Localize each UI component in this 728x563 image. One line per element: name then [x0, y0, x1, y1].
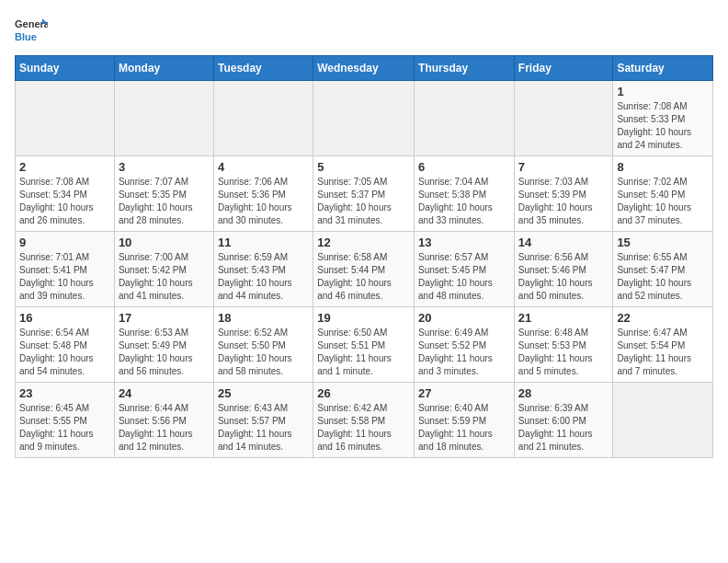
day-number: 21: [518, 311, 609, 325]
day-detail: Sunrise: 6:59 AM Sunset: 5:43 PM Dayligh…: [218, 251, 309, 303]
column-header-thursday: Thursday: [415, 56, 515, 81]
calendar-cell: 19Sunrise: 6:50 AM Sunset: 5:51 PM Dayli…: [313, 307, 415, 383]
calendar-cell: [514, 81, 613, 156]
day-detail: Sunrise: 6:52 AM Sunset: 5:50 PM Dayligh…: [218, 327, 309, 378]
column-header-sunday: Sunday: [16, 56, 115, 81]
column-header-friday: Friday: [514, 56, 613, 81]
day-detail: Sunrise: 7:02 AM Sunset: 5:40 PM Dayligh…: [617, 176, 709, 227]
day-detail: Sunrise: 7:08 AM Sunset: 5:34 PM Dayligh…: [19, 176, 110, 227]
calendar-cell: 8Sunrise: 7:02 AM Sunset: 5:40 PM Daylig…: [613, 156, 713, 232]
day-number: 26: [317, 386, 410, 400]
day-detail: Sunrise: 6:56 AM Sunset: 5:46 PM Dayligh…: [518, 251, 609, 303]
column-header-tuesday: Tuesday: [213, 56, 313, 81]
calendar-cell: 21Sunrise: 6:48 AM Sunset: 5:53 PM Dayli…: [514, 307, 613, 383]
logo: General Blue: [15, 15, 48, 48]
calendar-cell: 7Sunrise: 7:03 AM Sunset: 5:39 PM Daylig…: [514, 156, 613, 232]
calendar-cell: 26Sunrise: 6:42 AM Sunset: 5:58 PM Dayli…: [313, 383, 415, 458]
day-number: 4: [218, 160, 309, 174]
day-detail: Sunrise: 7:05 AM Sunset: 5:37 PM Dayligh…: [317, 176, 410, 227]
calendar-cell: 9Sunrise: 7:01 AM Sunset: 5:41 PM Daylig…: [16, 232, 115, 307]
calendar-cell: 12Sunrise: 6:58 AM Sunset: 5:44 PM Dayli…: [313, 232, 415, 307]
day-number: 5: [317, 160, 410, 174]
calendar-cell: [213, 81, 313, 156]
day-number: 16: [19, 311, 110, 325]
day-detail: Sunrise: 6:55 AM Sunset: 5:47 PM Dayligh…: [617, 251, 709, 303]
column-header-monday: Monday: [114, 56, 213, 81]
day-detail: Sunrise: 7:01 AM Sunset: 5:41 PM Dayligh…: [19, 251, 110, 303]
day-number: 7: [518, 160, 609, 174]
day-number: 24: [119, 386, 210, 400]
calendar-cell: 5Sunrise: 7:05 AM Sunset: 5:37 PM Daylig…: [313, 156, 415, 232]
calendar-cell: 25Sunrise: 6:43 AM Sunset: 5:57 PM Dayli…: [213, 383, 313, 458]
calendar-cell: 1Sunrise: 7:08 AM Sunset: 5:33 PM Daylig…: [613, 81, 713, 156]
calendar-cell: 16Sunrise: 6:54 AM Sunset: 5:48 PM Dayli…: [16, 307, 115, 383]
day-number: 18: [218, 311, 309, 325]
day-number: 14: [518, 236, 609, 249]
day-detail: Sunrise: 6:54 AM Sunset: 5:48 PM Dayligh…: [19, 327, 110, 378]
calendar-cell: 4Sunrise: 7:06 AM Sunset: 5:36 PM Daylig…: [213, 156, 313, 232]
calendar-cell: [114, 81, 213, 156]
day-number: 15: [617, 236, 709, 249]
calendar-cell: 6Sunrise: 7:04 AM Sunset: 5:38 PM Daylig…: [415, 156, 515, 232]
logo-svg: General Blue: [15, 15, 48, 48]
day-number: 17: [119, 311, 210, 325]
day-number: 19: [317, 311, 410, 325]
calendar-cell: 15Sunrise: 6:55 AM Sunset: 5:47 PM Dayli…: [613, 232, 713, 307]
calendar-cell: 23Sunrise: 6:45 AM Sunset: 5:55 PM Dayli…: [16, 383, 115, 458]
day-detail: Sunrise: 6:47 AM Sunset: 5:54 PM Dayligh…: [617, 327, 709, 378]
calendar-cell: [313, 81, 415, 156]
calendar-cell: 17Sunrise: 6:53 AM Sunset: 5:49 PM Dayli…: [114, 307, 213, 383]
day-detail: Sunrise: 6:44 AM Sunset: 5:56 PM Dayligh…: [119, 402, 210, 454]
calendar-cell: 18Sunrise: 6:52 AM Sunset: 5:50 PM Dayli…: [213, 307, 313, 383]
day-detail: Sunrise: 6:53 AM Sunset: 5:49 PM Dayligh…: [119, 327, 210, 378]
day-detail: Sunrise: 6:49 AM Sunset: 5:52 PM Dayligh…: [418, 327, 510, 378]
day-detail: Sunrise: 6:45 AM Sunset: 5:55 PM Dayligh…: [19, 402, 110, 454]
page-header: General Blue: [15, 15, 713, 48]
svg-text:Blue: Blue: [15, 31, 37, 42]
day-number: 13: [418, 236, 510, 249]
day-detail: Sunrise: 6:43 AM Sunset: 5:57 PM Dayligh…: [218, 402, 309, 454]
day-number: 3: [119, 160, 210, 174]
calendar-cell: 27Sunrise: 6:40 AM Sunset: 5:59 PM Dayli…: [415, 383, 515, 458]
day-detail: Sunrise: 7:06 AM Sunset: 5:36 PM Dayligh…: [218, 176, 309, 227]
day-detail: Sunrise: 7:00 AM Sunset: 5:42 PM Dayligh…: [119, 251, 210, 303]
day-number: 10: [119, 236, 210, 249]
calendar-cell: 28Sunrise: 6:39 AM Sunset: 6:00 PM Dayli…: [514, 383, 613, 458]
day-number: 22: [617, 311, 709, 325]
column-header-saturday: Saturday: [613, 56, 713, 81]
day-number: 11: [218, 236, 309, 249]
calendar-cell: 20Sunrise: 6:49 AM Sunset: 5:52 PM Dayli…: [415, 307, 515, 383]
day-number: 1: [617, 85, 709, 98]
calendar-cell: 2Sunrise: 7:08 AM Sunset: 5:34 PM Daylig…: [16, 156, 115, 232]
day-number: 23: [19, 386, 110, 400]
day-number: 25: [218, 386, 309, 400]
calendar-cell: [613, 383, 713, 458]
day-number: 2: [19, 160, 110, 174]
calendar-cell: 3Sunrise: 7:07 AM Sunset: 5:35 PM Daylig…: [114, 156, 213, 232]
day-detail: Sunrise: 6:57 AM Sunset: 5:45 PM Dayligh…: [418, 251, 510, 303]
column-header-wednesday: Wednesday: [313, 56, 415, 81]
day-number: 20: [418, 311, 510, 325]
day-number: 27: [418, 386, 510, 400]
day-number: 6: [418, 160, 510, 174]
day-number: 28: [518, 386, 609, 400]
day-detail: Sunrise: 7:07 AM Sunset: 5:35 PM Dayligh…: [119, 176, 210, 227]
calendar-cell: 13Sunrise: 6:57 AM Sunset: 5:45 PM Dayli…: [415, 232, 515, 307]
day-number: 12: [317, 236, 410, 249]
calendar-cell: [16, 81, 115, 156]
calendar-cell: 11Sunrise: 6:59 AM Sunset: 5:43 PM Dayli…: [213, 232, 313, 307]
calendar-cell: 22Sunrise: 6:47 AM Sunset: 5:54 PM Dayli…: [613, 307, 713, 383]
day-detail: Sunrise: 6:50 AM Sunset: 5:51 PM Dayligh…: [317, 327, 410, 378]
calendar-cell: 10Sunrise: 7:00 AM Sunset: 5:42 PM Dayli…: [114, 232, 213, 307]
day-detail: Sunrise: 6:39 AM Sunset: 6:00 PM Dayligh…: [518, 402, 609, 454]
day-number: 8: [617, 160, 709, 174]
calendar-cell: 14Sunrise: 6:56 AM Sunset: 5:46 PM Dayli…: [514, 232, 613, 307]
day-number: 9: [19, 236, 110, 249]
calendar-table: SundayMondayTuesdayWednesdayThursdayFrid…: [15, 55, 713, 458]
day-detail: Sunrise: 7:03 AM Sunset: 5:39 PM Dayligh…: [518, 176, 609, 227]
day-detail: Sunrise: 7:04 AM Sunset: 5:38 PM Dayligh…: [418, 176, 510, 227]
day-detail: Sunrise: 6:48 AM Sunset: 5:53 PM Dayligh…: [518, 327, 609, 378]
day-detail: Sunrise: 6:58 AM Sunset: 5:44 PM Dayligh…: [317, 251, 410, 303]
day-detail: Sunrise: 6:40 AM Sunset: 5:59 PM Dayligh…: [418, 402, 510, 454]
day-detail: Sunrise: 7:08 AM Sunset: 5:33 PM Dayligh…: [617, 100, 709, 152]
